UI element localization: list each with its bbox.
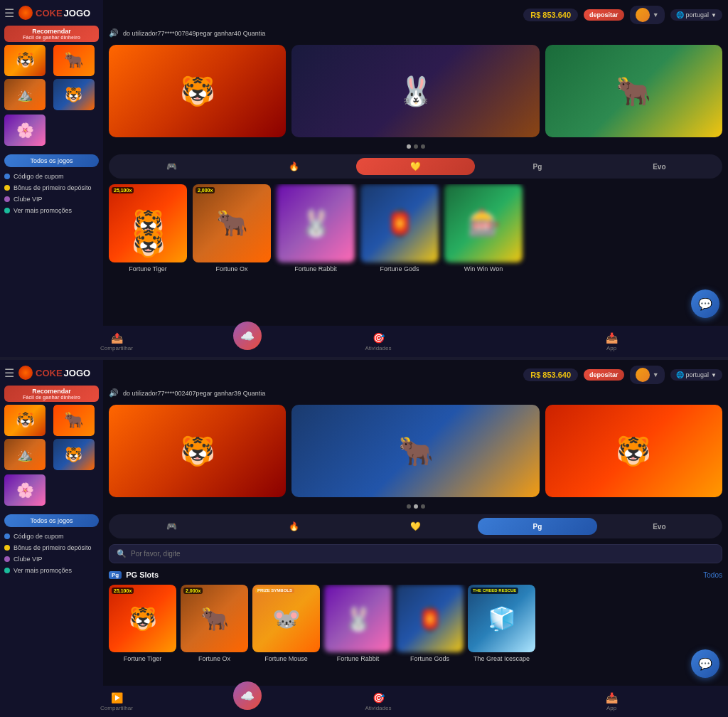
float-button-1[interactable]: 💬 (691, 290, 719, 318)
sidebar-item-vip[interactable]: Clube VIP (4, 196, 99, 203)
sidebar-item-bonus[interactable]: Bônus de primeiro depósito (4, 184, 99, 191)
todos-link-2[interactable]: Todos (703, 571, 722, 579)
chevron-down-icon-2: ▼ (653, 371, 659, 378)
avatar-area-2[interactable]: ▼ (630, 366, 665, 384)
chevron-down-lang-2: ▼ (711, 372, 717, 378)
nav-share-2[interactable]: ▶️ Compartilhar (103, 692, 233, 711)
cat-tab-games-2[interactable]: 🎮 (112, 518, 231, 535)
rabbit-art-1: 🐰 (277, 184, 355, 262)
recomendar-sub-2: Fácil de ganhar dinheiro (9, 395, 95, 400)
cat-tab-pg-2[interactable]: Pg (478, 518, 596, 535)
sidebar-single-game[interactable]: 🌸 (4, 115, 99, 150)
top-bar-2: R$ 853.640 depositar ▼ 🌐 portugal ▼ (103, 363, 728, 387)
dot-coupon-2 (4, 533, 10, 539)
game-card-tiger-1[interactable]: 25,100x 🐯 Fortune Tiger (109, 184, 187, 272)
game-card-ox-1[interactable]: 2,000x 🐂 Fortune Ox (193, 184, 271, 272)
banner-main-2[interactable]: 🐂 (291, 405, 540, 497)
sidebar-game-2-2[interactable]: 🐂 (53, 405, 95, 436)
hamburger-icon[interactable]: ☰ (4, 6, 14, 20)
sidebar-game-2-1[interactable]: 🐯 (4, 405, 46, 436)
banner-dot-1-1[interactable] (407, 144, 411, 149)
app-icon-2: 📥 (606, 692, 618, 703)
game-card-mouse-2[interactable]: PRIZE SYMBOLS 🐭 Fortune Mouse (252, 585, 320, 662)
search-input-2[interactable] (131, 550, 714, 558)
game-card-rabbit-1[interactable]: 🐰 Fortune Rabbit (277, 184, 355, 272)
gods-art-1: 🏮 (360, 184, 439, 262)
logo-jogo: JOGO (64, 8, 91, 18)
banner-area-1: 🐯 🐰 🐂 (109, 45, 722, 137)
cat-tab-fire-1[interactable]: 🔥 (234, 158, 353, 175)
search-bar-2[interactable]: 🔍 (109, 544, 722, 563)
nav-center-2[interactable]: ☁️ (233, 681, 262, 710)
game-card-tiger-2[interactable]: 25,100x 🐯 Fortune Tiger (109, 585, 176, 662)
float-button-2[interactable]: 💬 (691, 649, 719, 678)
flag-icon-2: 🌐 (676, 371, 684, 378)
avatar-area-1[interactable]: ▼ (630, 6, 665, 24)
banner-left-2[interactable]: 🐯 (109, 405, 286, 497)
nav-activities-2[interactable]: 🎯 Atividades (262, 692, 495, 711)
sidebar-game-2[interactable]: 🐂 (53, 45, 95, 76)
sidebar-menu: Código de cupom Bônus de primeiro depósi… (4, 173, 99, 214)
cat-tab-heart-1[interactable]: 💛 (356, 158, 475, 175)
banner-main-1[interactable]: 🐰 (291, 45, 540, 137)
cat-tab-fire-2[interactable]: 🔥 (234, 518, 353, 535)
nav-center-1[interactable]: ☁️ (233, 322, 262, 350)
game-thumb-bg-4: 🐯 (53, 79, 95, 110)
sidebar-item-promos-2[interactable]: Ver mais promoções (4, 567, 99, 574)
game-thumb-bg-3: ⛰️ (4, 79, 46, 110)
nav-share-1[interactable]: 📤 Compartilhar (103, 332, 233, 351)
cat-tab-heart-2[interactable]: 💛 (356, 518, 475, 535)
sidebar-game-1[interactable]: 🐯 (4, 45, 46, 76)
game-img-mouse-2: PRIZE SYMBOLS 🐭 (252, 585, 320, 652)
search-icon-2: 🔍 (117, 549, 127, 558)
label-rabbit-2: Fortune Rabbit (337, 655, 380, 662)
cat-tab-evo-2[interactable]: Evo (600, 518, 719, 535)
nav-app-2[interactable]: 📥 App (495, 692, 728, 711)
sidebar-game-2-4[interactable]: 🐯 (53, 439, 95, 470)
flag-icon-1: 🌐 (676, 11, 684, 18)
banner-art-main-2: 🐂 (291, 405, 540, 497)
game-card-winwin-1[interactable]: 🎰 Win Win Won (444, 184, 523, 272)
nav-app-1[interactable]: 📥 App (495, 332, 728, 351)
todos-os-jogos-button[interactable]: Todos os jogos (4, 154, 99, 167)
coupon-label: Código de cupom (14, 173, 64, 180)
sidebar-item-coupon-2[interactable]: Código de cupom (4, 533, 99, 540)
cat-tab-evo-1[interactable]: Evo (600, 158, 719, 175)
game-card-rabbit-2[interactable]: 🐰 Fortune Rabbit (324, 585, 392, 662)
sidebar-2: ☰ COKE JOGO Recomendar Fácil de ganhar d… (0, 360, 103, 717)
label-gods-1: Fortune Gods (380, 265, 419, 272)
lang-selector-2[interactable]: 🌐 portugal ▼ (670, 369, 722, 381)
game-card-fortunegods-2[interactable]: 🏮 Fortune Gods (396, 585, 464, 662)
sidebar-item-bonus-2[interactable]: Bônus de primeiro depósito (4, 544, 99, 551)
sidebar-game-3[interactable]: ⛰️ (4, 79, 46, 110)
banner-dot-2-1[interactable] (407, 504, 411, 509)
chat-icon-1: 💬 (698, 297, 712, 311)
cat-tab-games-1[interactable]: 🎮 (112, 158, 231, 175)
banner-dot-1-2[interactable] (414, 144, 418, 149)
game-card-gods-1[interactable]: 🏮 Fortune Gods (360, 184, 439, 272)
sidebar-item-vip-2[interactable]: Clube VIP (4, 556, 99, 563)
sidebar-item-coupon[interactable]: Código de cupom (4, 173, 99, 180)
lang-selector-1[interactable]: 🌐 portugal ▼ (670, 9, 722, 21)
todos-os-jogos-button-2[interactable]: Todos os jogos (4, 514, 99, 527)
banner-right-1[interactable]: 🐂 (545, 45, 722, 137)
hamburger-icon-2[interactable]: ☰ (4, 366, 14, 380)
sidebar-game-4[interactable]: 🐯 (53, 79, 95, 110)
banner-right-2[interactable]: 🐯 (545, 405, 722, 497)
sidebar-item-promos[interactable]: Ver mais promoções (4, 207, 99, 214)
banner-left-1[interactable]: 🐯 (109, 45, 286, 137)
banner-art-main-1: 🐰 (291, 45, 540, 137)
banner-dot-1-3[interactable] (421, 144, 425, 149)
banner-dot-2-2[interactable] (414, 504, 418, 509)
sidebar-game-2-3[interactable]: ⛰️ (4, 439, 46, 470)
deposit-button-2[interactable]: depositar (584, 369, 624, 381)
deposit-button-1[interactable]: depositar (584, 9, 624, 21)
game-card-ox-2[interactable]: 2,000x 🐂 Fortune Ox (181, 585, 248, 662)
sidebar-single-game-2[interactable]: 🌸 (4, 474, 99, 510)
cat-tab-pg-1[interactable]: Pg (478, 158, 596, 175)
banner-dot-2-3[interactable] (421, 504, 425, 509)
game-card-icescape-2[interactable]: THE CREED RESCUE 🧊 The Great Icescape (468, 585, 535, 662)
nav-activities-1[interactable]: 🎯 Atividades (262, 332, 495, 351)
recomendar-badge-2: Recomendar Fácil de ganhar dinheiro (4, 386, 99, 402)
promos-label-2: Ver mais promoções (14, 567, 72, 574)
